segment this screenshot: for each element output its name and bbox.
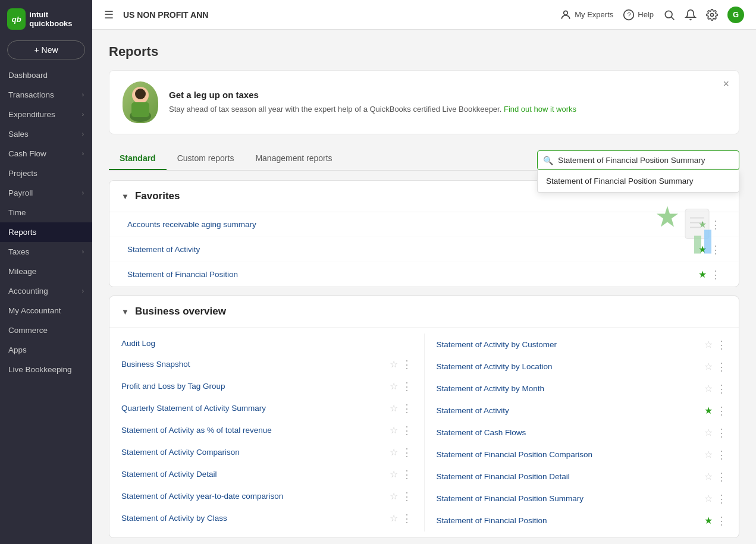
star-icon-stmt-fin-pos[interactable]: ★ xyxy=(698,269,707,280)
more-icon-stmt-fin-pos[interactable]: ⋮ xyxy=(710,269,721,280)
tab-management[interactable]: Management reports xyxy=(244,147,343,170)
star-icon-quarterly-stmt[interactable]: ☆ xyxy=(390,403,398,414)
sidebar-item-sales[interactable]: Sales › xyxy=(0,124,92,144)
more-icon-stmt-fp-summary[interactable]: ⋮ xyxy=(716,493,727,504)
sidebar-item-transactions[interactable]: Transactions › xyxy=(0,85,92,105)
more-icon-stmt-pct-revenue[interactable]: ⋮ xyxy=(401,425,412,436)
sidebar-item-reports[interactable]: Reports xyxy=(0,222,92,242)
star-icon-biz-snapshot[interactable]: ☆ xyxy=(390,359,398,370)
sidebar-item-label-transactions: Transactions xyxy=(8,90,54,99)
business-overview-list-item[interactable]: Statement of Financial Position Comparis… xyxy=(425,444,739,466)
star-icon-stmt-by-location[interactable]: ☆ xyxy=(704,361,713,372)
help-button[interactable]: ? Help xyxy=(623,9,654,21)
sidebar-item-mileage[interactable]: Mileage xyxy=(0,262,92,281)
business-overview-list-item[interactable]: Statement of Activity by Class ☆ ⋮ xyxy=(109,507,424,529)
more-icon-stmt-by-class[interactable]: ⋮ xyxy=(401,513,412,524)
business-overview-list-item[interactable]: Statement of Activity by Month ☆ ⋮ xyxy=(425,378,739,400)
sidebar-item-my-accountant[interactable]: My Accountant xyxy=(0,301,92,320)
sidebar-item-commerce[interactable]: Commerce xyxy=(0,320,92,340)
business-overview-list-item[interactable]: Statement of Activity by Location ☆ ⋮ xyxy=(425,356,739,378)
star-icon-stmt-detail[interactable]: ☆ xyxy=(390,468,398,480)
star-icon-stmt-activity-r[interactable]: ★ xyxy=(704,405,713,416)
business-overview-section: ▼ Business overview Audit Log Business S… xyxy=(109,295,739,538)
tab-standard[interactable]: Standard xyxy=(109,147,167,170)
sidebar-item-left: Accounting xyxy=(8,287,48,295)
notifications-button[interactable] xyxy=(685,9,697,21)
sidebar-item-payroll[interactable]: Payroll › xyxy=(0,183,92,203)
banner-close-button[interactable]: × xyxy=(723,78,729,90)
star-icon-stmt-by-customer[interactable]: ☆ xyxy=(704,339,713,350)
star-icon-stmt-fp[interactable]: ★ xyxy=(704,515,713,526)
business-overview-list-item[interactable]: Audit Log xyxy=(109,334,424,353)
sidebar-item-cash-flow[interactable]: Cash Flow › xyxy=(0,144,92,163)
more-icon-stmt-by-location[interactable]: ⋮ xyxy=(716,361,727,372)
star-icon-pl-tag-group[interactable]: ☆ xyxy=(390,381,398,392)
business-overview-list-item[interactable]: Statement of Activity as % of total reve… xyxy=(109,419,424,441)
search-dropdown-item-sfps[interactable]: Statement of Financial Position Summary xyxy=(538,170,739,192)
sidebar-item-projects[interactable]: Projects xyxy=(0,163,92,183)
business-overview-header[interactable]: ▼ Business overview xyxy=(109,296,739,328)
more-icon-stmt-cash-flows[interactable]: ⋮ xyxy=(716,427,727,438)
biz-item-name-stmt-by-customer: Statement of Activity by Customer xyxy=(437,340,705,349)
business-overview-list-item[interactable]: Statement of Activity Detail ☆ ⋮ xyxy=(109,463,424,485)
bookkeeper-illustration xyxy=(126,83,155,122)
star-icon-stmt-comparison[interactable]: ☆ xyxy=(390,446,398,458)
more-icon-stmt-fp-comparison[interactable]: ⋮ xyxy=(716,449,727,460)
sidebar-chevron-sales-icon: › xyxy=(82,131,84,137)
sidebar-item-dashboard[interactable]: Dashboard xyxy=(0,65,92,85)
star-icon-stmt-fp-summary[interactable]: ☆ xyxy=(704,493,713,504)
more-icon-stmt-detail[interactable]: ⋮ xyxy=(401,469,412,480)
my-experts-button[interactable]: My Experts xyxy=(560,9,613,21)
business-overview-list-item[interactable]: Statement of Financial Position Summary … xyxy=(425,488,739,510)
favorites-list-item[interactable]: Statement of Activity ★ ⋮ xyxy=(109,237,739,262)
sidebar-item-apps[interactable]: Apps xyxy=(0,340,92,360)
sidebar-item-live-bookkeeping[interactable]: Live Bookkeeping xyxy=(0,360,92,379)
menu-icon[interactable]: ☰ xyxy=(104,8,114,21)
more-icon-stmt-comparison[interactable]: ⋮ xyxy=(401,447,412,458)
search-tabs-row: StandardCustom reportsManagement reports… xyxy=(109,147,739,170)
banner-link[interactable]: Find out how it works xyxy=(504,105,576,114)
business-overview-list-item[interactable]: Profit and Loss by Tag Group ☆ ⋮ xyxy=(109,375,424,397)
biz-item-name-biz-snapshot: Business Snapshot xyxy=(121,360,390,369)
star-icon-stmt-fp-detail[interactable]: ☆ xyxy=(704,471,713,482)
more-icon-stmt-by-customer[interactable]: ⋮ xyxy=(716,339,727,350)
new-button[interactable]: + New xyxy=(7,40,85,59)
more-icon-quarterly-stmt[interactable]: ⋮ xyxy=(401,403,412,414)
business-overview-list-item[interactable]: Statement of Activity ★ ⋮ xyxy=(425,400,739,422)
favorites-list-item[interactable]: Statement of Financial Position ★ ⋮ xyxy=(109,262,739,287)
sidebar-item-expenditures[interactable]: Expenditures › xyxy=(0,105,92,124)
sidebar-item-left: Dashboard xyxy=(8,71,48,80)
sidebar-item-accounting[interactable]: Accounting › xyxy=(0,281,92,301)
tab-custom[interactable]: Custom reports xyxy=(167,147,245,170)
more-icon-stmt-fp[interactable]: ⋮ xyxy=(716,515,727,526)
more-icon-biz-snapshot[interactable]: ⋮ xyxy=(401,359,412,370)
business-overview-list-item[interactable]: Statement of Financial Position Detail ☆… xyxy=(425,466,739,488)
star-icon-stmt-ytd[interactable]: ☆ xyxy=(390,490,398,502)
star-icon-stmt-cash-flows[interactable]: ☆ xyxy=(704,427,713,438)
more-icon-pl-tag-group[interactable]: ⋮ xyxy=(401,381,412,392)
star-icon-stmt-fp-comparison[interactable]: ☆ xyxy=(704,449,713,460)
business-overview-list-item[interactable]: Statement of Financial Position ★ ⋮ xyxy=(425,510,739,532)
more-icon-stmt-activity-r[interactable]: ⋮ xyxy=(716,405,727,416)
search-button[interactable] xyxy=(663,9,675,21)
content-area: Reports Get a leg up on taxes Stay ahead… xyxy=(92,30,756,544)
more-icon-stmt-ytd[interactable]: ⋮ xyxy=(401,491,412,502)
business-overview-list-item[interactable]: Statement of Activity by Customer ☆ ⋮ xyxy=(425,334,739,356)
settings-button[interactable] xyxy=(706,9,718,21)
star-icon-stmt-by-class[interactable]: ☆ xyxy=(390,512,398,524)
sidebar-item-taxes[interactable]: Taxes › xyxy=(0,242,92,262)
business-overview-list-item[interactable]: Quarterly Statement of Activity Summary … xyxy=(109,397,424,419)
favorites-list-item[interactable]: Accounts receivable aging summary ★ ⋮ xyxy=(109,212,739,237)
business-overview-list-item[interactable]: Business Snapshot ☆ ⋮ xyxy=(109,353,424,375)
business-overview-list-item[interactable]: Statement of Cash Flows ☆ ⋮ xyxy=(425,422,739,444)
business-overview-list-item[interactable]: Statement of Activity year-to-date compa… xyxy=(109,485,424,507)
main-area: ☰ US NON PROFIT ANN My Experts ? Help G xyxy=(92,0,756,544)
search-input[interactable] xyxy=(537,150,739,170)
business-overview-list-item[interactable]: Statement of Activity Comparison ☆ ⋮ xyxy=(109,441,424,463)
more-icon-stmt-fp-detail[interactable]: ⋮ xyxy=(716,471,727,482)
sidebar-item-time[interactable]: Time xyxy=(0,203,92,222)
star-icon-stmt-pct-revenue[interactable]: ☆ xyxy=(390,424,398,436)
star-icon-stmt-by-month[interactable]: ☆ xyxy=(704,383,713,394)
more-icon-stmt-by-month[interactable]: ⋮ xyxy=(716,383,727,394)
user-avatar[interactable]: G xyxy=(727,7,744,23)
